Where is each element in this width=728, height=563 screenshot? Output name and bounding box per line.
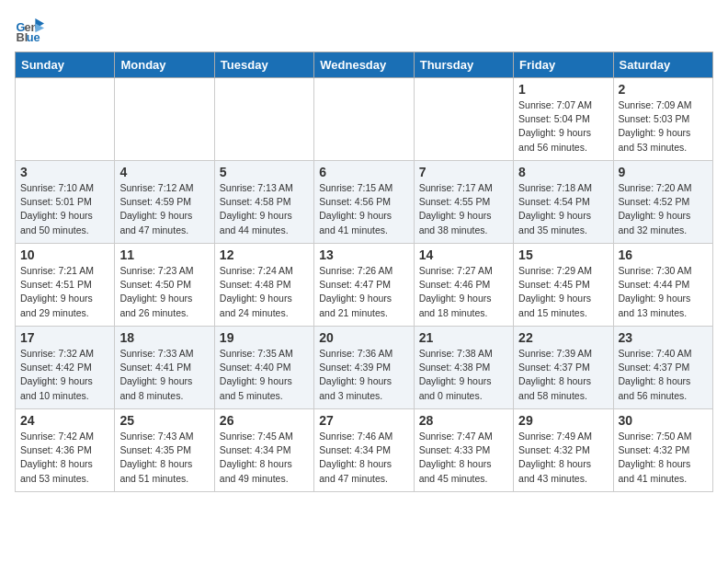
day-info: Sunrise: 7:33 AM Sunset: 4:41 PM Dayligh… — [119, 347, 209, 403]
day-number: 4 — [119, 165, 209, 179]
calendar-cell: 30Sunrise: 7:50 AM Sunset: 4:32 PM Dayli… — [613, 409, 712, 492]
calendar-header-friday: Friday — [514, 52, 613, 78]
calendar-cell — [414, 78, 513, 161]
calendar-cell: 5Sunrise: 7:13 AM Sunset: 4:58 PM Daylig… — [214, 161, 313, 244]
calendar-cell — [16, 78, 115, 161]
day-number: 12 — [220, 247, 309, 262]
day-number: 29 — [518, 413, 608, 428]
calendar-week-row: 10Sunrise: 7:21 AM Sunset: 4:51 PM Dayli… — [16, 244, 713, 327]
day-number: 13 — [319, 247, 408, 262]
day-info: Sunrise: 7:20 AM Sunset: 4:52 PM Dayligh… — [619, 181, 708, 237]
day-number: 24 — [20, 413, 109, 428]
day-number: 20 — [319, 330, 408, 345]
day-number: 9 — [619, 165, 708, 179]
day-info: Sunrise: 7:18 AM Sunset: 4:54 PM Dayligh… — [518, 181, 608, 237]
day-number: 16 — [619, 247, 708, 262]
calendar-header-thursday: Thursday — [414, 52, 513, 78]
day-info: Sunrise: 7:39 AM Sunset: 4:37 PM Dayligh… — [518, 347, 608, 403]
calendar-cell: 13Sunrise: 7:26 AM Sunset: 4:47 PM Dayli… — [314, 244, 414, 327]
calendar-cell: 15Sunrise: 7:29 AM Sunset: 4:45 PM Dayli… — [514, 244, 613, 327]
day-number: 14 — [419, 247, 508, 262]
calendar-cell: 10Sunrise: 7:21 AM Sunset: 4:51 PM Dayli… — [16, 244, 115, 327]
calendar-cell: 11Sunrise: 7:23 AM Sunset: 4:50 PM Dayli… — [115, 244, 214, 327]
calendar-cell: 8Sunrise: 7:18 AM Sunset: 4:54 PM Daylig… — [514, 161, 613, 244]
day-number: 23 — [619, 330, 708, 345]
day-info: Sunrise: 7:29 AM Sunset: 4:45 PM Dayligh… — [518, 264, 608, 320]
day-number: 3 — [20, 165, 109, 179]
calendar-cell: 22Sunrise: 7:39 AM Sunset: 4:37 PM Dayli… — [514, 327, 613, 409]
calendar-cell: 29Sunrise: 7:49 AM Sunset: 4:32 PM Dayli… — [514, 409, 613, 492]
day-number: 27 — [319, 413, 408, 428]
calendar-header-tuesday: Tuesday — [214, 52, 313, 78]
calendar-week-row: 1Sunrise: 7:07 AM Sunset: 5:04 PM Daylig… — [16, 78, 713, 161]
day-number: 26 — [220, 413, 309, 428]
calendar-cell: 20Sunrise: 7:36 AM Sunset: 4:39 PM Dayli… — [314, 327, 414, 409]
calendar-header-wednesday: Wednesday — [314, 52, 414, 78]
calendar-cell: 3Sunrise: 7:10 AM Sunset: 5:01 PM Daylig… — [16, 161, 115, 244]
day-info: Sunrise: 7:27 AM Sunset: 4:46 PM Dayligh… — [419, 264, 508, 320]
calendar-cell: 7Sunrise: 7:17 AM Sunset: 4:55 PM Daylig… — [414, 161, 513, 244]
calendar-table: SundayMondayTuesdayWednesdayThursdayFrid… — [15, 52, 713, 492]
calendar-cell: 4Sunrise: 7:12 AM Sunset: 4:59 PM Daylig… — [115, 161, 214, 244]
day-number: 19 — [220, 330, 309, 345]
day-number: 8 — [518, 165, 608, 179]
day-number: 15 — [518, 247, 608, 262]
calendar-cell — [214, 78, 313, 161]
day-info: Sunrise: 7:13 AM Sunset: 4:58 PM Dayligh… — [220, 181, 309, 237]
calendar-cell: 23Sunrise: 7:40 AM Sunset: 4:37 PM Dayli… — [613, 327, 712, 409]
day-info: Sunrise: 7:47 AM Sunset: 4:33 PM Dayligh… — [419, 430, 508, 486]
day-info: Sunrise: 7:43 AM Sunset: 4:35 PM Dayligh… — [119, 430, 209, 486]
day-number: 18 — [119, 330, 209, 345]
calendar-cell: 18Sunrise: 7:33 AM Sunset: 4:41 PM Dayli… — [115, 327, 214, 409]
day-number: 30 — [619, 413, 708, 428]
day-info: Sunrise: 7:35 AM Sunset: 4:40 PM Dayligh… — [220, 347, 309, 403]
day-info: Sunrise: 7:32 AM Sunset: 4:42 PM Dayligh… — [20, 347, 109, 403]
svg-text:ue: ue — [27, 30, 40, 44]
day-info: Sunrise: 7:42 AM Sunset: 4:36 PM Dayligh… — [20, 430, 109, 486]
day-number: 28 — [419, 413, 508, 428]
day-info: Sunrise: 7:21 AM Sunset: 4:51 PM Dayligh… — [20, 264, 109, 320]
calendar-cell: 1Sunrise: 7:07 AM Sunset: 5:04 PM Daylig… — [514, 78, 613, 161]
day-info: Sunrise: 7:50 AM Sunset: 4:32 PM Dayligh… — [619, 430, 708, 486]
calendar-header-row: SundayMondayTuesdayWednesdayThursdayFrid… — [16, 52, 713, 78]
day-info: Sunrise: 7:07 AM Sunset: 5:04 PM Dayligh… — [518, 98, 608, 155]
calendar-cell — [115, 78, 214, 161]
day-info: Sunrise: 7:09 AM Sunset: 5:03 PM Dayligh… — [619, 98, 708, 155]
day-info: Sunrise: 7:38 AM Sunset: 4:38 PM Dayligh… — [419, 347, 508, 403]
day-number: 22 — [518, 330, 608, 345]
logo-icon: G en Bl ue — [15, 15, 44, 44]
day-info: Sunrise: 7:40 AM Sunset: 4:37 PM Dayligh… — [619, 347, 708, 403]
calendar-cell: 24Sunrise: 7:42 AM Sunset: 4:36 PM Dayli… — [16, 409, 115, 492]
calendar-cell: 16Sunrise: 7:30 AM Sunset: 4:44 PM Dayli… — [613, 244, 712, 327]
day-info: Sunrise: 7:49 AM Sunset: 4:32 PM Dayligh… — [518, 430, 608, 486]
day-number: 10 — [20, 247, 109, 262]
day-number: 17 — [20, 330, 109, 345]
calendar-cell — [314, 78, 414, 161]
calendar-cell: 27Sunrise: 7:46 AM Sunset: 4:34 PM Dayli… — [314, 409, 414, 492]
calendar-cell: 26Sunrise: 7:45 AM Sunset: 4:34 PM Dayli… — [214, 409, 313, 492]
day-info: Sunrise: 7:24 AM Sunset: 4:48 PM Dayligh… — [220, 264, 309, 320]
calendar-cell: 17Sunrise: 7:32 AM Sunset: 4:42 PM Dayli… — [16, 327, 115, 409]
calendar-cell: 21Sunrise: 7:38 AM Sunset: 4:38 PM Dayli… — [414, 327, 513, 409]
day-number: 7 — [419, 165, 508, 179]
calendar-cell: 19Sunrise: 7:35 AM Sunset: 4:40 PM Dayli… — [214, 327, 313, 409]
day-info: Sunrise: 7:10 AM Sunset: 5:01 PM Dayligh… — [20, 181, 109, 237]
day-number: 5 — [220, 165, 309, 179]
calendar-week-row: 17Sunrise: 7:32 AM Sunset: 4:42 PM Dayli… — [16, 327, 713, 409]
calendar-header-sunday: Sunday — [16, 52, 115, 78]
day-number: 2 — [619, 82, 708, 97]
day-info: Sunrise: 7:26 AM Sunset: 4:47 PM Dayligh… — [319, 264, 408, 320]
day-number: 25 — [119, 413, 209, 428]
day-number: 6 — [319, 165, 408, 179]
calendar-header-monday: Monday — [115, 52, 214, 78]
calendar-cell: 25Sunrise: 7:43 AM Sunset: 4:35 PM Dayli… — [115, 409, 214, 492]
day-number: 21 — [419, 330, 508, 345]
calendar-cell: 12Sunrise: 7:24 AM Sunset: 4:48 PM Dayli… — [214, 244, 313, 327]
calendar-cell: 28Sunrise: 7:47 AM Sunset: 4:33 PM Dayli… — [414, 409, 513, 492]
day-info: Sunrise: 7:23 AM Sunset: 4:50 PM Dayligh… — [119, 264, 209, 320]
calendar-cell: 2Sunrise: 7:09 AM Sunset: 5:03 PM Daylig… — [613, 78, 712, 161]
day-number: 1 — [518, 82, 608, 97]
calendar-cell: 14Sunrise: 7:27 AM Sunset: 4:46 PM Dayli… — [414, 244, 513, 327]
calendar-cell: 9Sunrise: 7:20 AM Sunset: 4:52 PM Daylig… — [613, 161, 712, 244]
logo: G en Bl ue — [15, 15, 48, 44]
